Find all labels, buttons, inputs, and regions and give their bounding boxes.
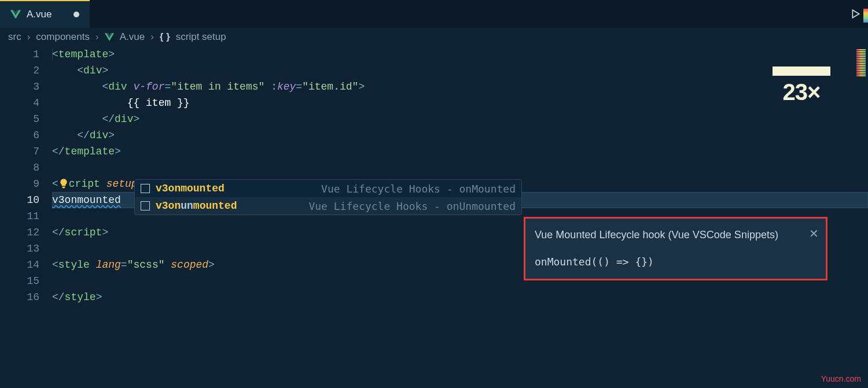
watermark: Yuucn.com: [821, 374, 861, 383]
breadcrumb-segment[interactable]: components: [36, 31, 90, 43]
suggestion-widget[interactable]: v3onmounted Vue Lifecycle Hooks - onMoun…: [134, 179, 522, 215]
side-accent-icon: [863, 9, 868, 23]
doc-code: onMounted(() => {}): [535, 254, 816, 271]
suggestion-documentation: ✕ Vue Mounted Lifecycle hook (Vue VSCode…: [524, 217, 827, 280]
run-icon[interactable]: [851, 9, 861, 19]
code-line[interactable]: </div>: [52, 127, 868, 143]
snippet-icon: [141, 201, 150, 210]
tab-a-vue[interactable]: A.vue: [0, 0, 90, 28]
breadcrumb[interactable]: src › components › A.vue › { } script se…: [0, 28, 868, 46]
breadcrumb-segment[interactable]: script setup: [176, 31, 226, 43]
braces-icon: { }: [160, 31, 170, 43]
vue-icon: [10, 10, 21, 19]
tab-actions: [851, 0, 868, 28]
vue-icon: [105, 33, 114, 41]
suggestion-desc: Vue Lifecycle Hooks - onUnmounted: [308, 200, 516, 212]
code-line[interactable]: </div>: [52, 111, 868, 127]
suggestion-item[interactable]: v3onmounted Vue Lifecycle Hooks - onMoun…: [135, 180, 521, 197]
snippet-icon: [141, 184, 150, 193]
code-line[interactable]: <div v-for="item in items" :key="item.id…: [52, 79, 868, 95]
chevron-right-icon: ›: [27, 31, 31, 43]
minimap[interactable]: [856, 49, 866, 77]
close-icon[interactable]: ✕: [809, 224, 819, 243]
zoom-badge: 23×: [773, 66, 830, 105]
dirty-indicator-icon: [73, 12, 79, 17]
chevron-right-icon: ›: [95, 31, 99, 43]
suggestion-desc: Vue Lifecycle Hooks - onMounted: [321, 183, 516, 195]
tab-filename: A.vue: [27, 9, 52, 20]
zoom-text: 23×: [773, 79, 830, 105]
lightbulb-icon[interactable]: [58, 178, 69, 189]
code-line[interactable]: {{ item }}: [52, 95, 868, 111]
code-line[interactable]: </template>: [52, 143, 868, 160]
code-line[interactable]: <template>: [52, 46, 868, 62]
doc-title: Vue Mounted Lifecycle hook (Vue VSCode S…: [535, 227, 816, 243]
typed-text: v3onmounted: [52, 194, 121, 206]
breadcrumb-segment[interactable]: src: [8, 31, 21, 43]
suggestion-item[interactable]: v3onunmounted Vue Lifecycle Hooks - onUn…: [135, 197, 521, 215]
breadcrumb-segment[interactable]: A.vue: [120, 31, 145, 43]
code-line[interactable]: </style>: [52, 289, 868, 305]
code-line[interactable]: [52, 160, 868, 176]
code-line[interactable]: <div>: [52, 62, 868, 79]
chevron-right-icon: ›: [150, 31, 154, 43]
tab-bar: A.vue: [0, 0, 868, 28]
line-gutter: 1234 5678 9101112 13141516: [0, 46, 52, 305]
